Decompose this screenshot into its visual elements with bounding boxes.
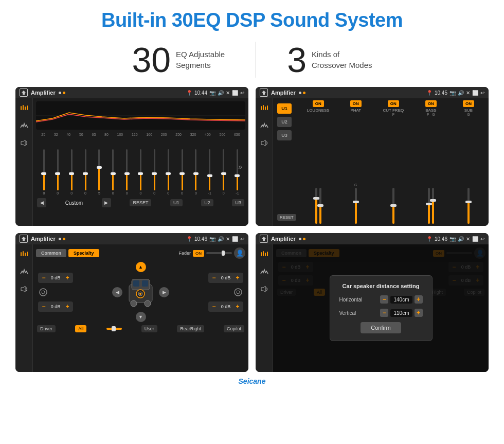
eq-u3-btn[interactable]: U3: [232, 199, 244, 206]
svg-rect-12: [21, 252, 22, 256]
eq-slider-10: 0: [175, 149, 189, 195]
fader-slider[interactable]: [206, 252, 232, 254]
status-dot-2: [63, 92, 65, 94]
eq-slider-6: 0: [120, 149, 134, 195]
crossover-reset-btn[interactable]: RESET: [277, 214, 296, 221]
eq-slider-4: 5: [92, 149, 106, 195]
fader-on-btn[interactable]: ON: [193, 250, 204, 257]
specialty-screen: Amplifier 📍 10:46 📷 🔊 ✕ ⬜ ↩: [15, 233, 248, 372]
sp-nav-up[interactable]: ▲: [136, 262, 146, 272]
car-icon: [127, 274, 155, 310]
specialty-status-center: 📍 10:46 📷 🔊 ✕ ⬜ ↩: [186, 236, 244, 242]
eq-slider-3: 0: [79, 149, 93, 195]
distance-status-center: 📍 10:46 📷 🔊 ✕ ⬜ ↩: [426, 236, 484, 242]
sp-br-plus[interactable]: +: [235, 303, 241, 310]
svg-point-29: [237, 291, 240, 294]
dialog-title: Car speaker distance setting: [339, 283, 423, 289]
preset-u1[interactable]: U1: [277, 103, 292, 114]
sp-br-val: 0 dB: [219, 304, 233, 309]
sp-ctrl-tr: − 0 dB +: [208, 273, 243, 283]
tab-specialty[interactable]: Specialty: [68, 249, 99, 257]
sp-ctrl-bl: − 0 dB +: [38, 301, 73, 312]
lbl-user[interactable]: User: [141, 325, 157, 332]
lbl-rearright[interactable]: RearRight: [177, 325, 204, 332]
sp-icon-left: [38, 287, 48, 297]
eq-slider-11: 0: [189, 149, 203, 195]
cutfreq-name: CUT FREQ: [383, 108, 404, 113]
svg-rect-7: [261, 106, 262, 110]
eq-slider-14: -1: [230, 149, 244, 195]
status-dot-1: [59, 92, 61, 94]
sub-on-btn[interactable]: ON: [463, 100, 474, 107]
sp-tr-minus[interactable]: −: [211, 274, 217, 281]
svg-rect-8: [263, 105, 264, 110]
horizontal-value: 140cm: [390, 296, 412, 304]
distance-sidebar: [256, 244, 273, 372]
loudness-name: LOUDNESS: [307, 108, 330, 113]
lbl-driver[interactable]: Driver: [37, 325, 56, 332]
eq-sidebar-vol: [19, 137, 30, 149]
person-icon: 👤: [234, 247, 245, 259]
sp-br-minus[interactable]: −: [211, 303, 217, 310]
sp-nav-right[interactable]: ▶: [159, 287, 169, 297]
eq-bottom-bar: ◀ Custom ▶ RESET U1 U2 U3: [36, 198, 245, 207]
crossover-sidebar-wave: [259, 120, 270, 131]
sp-bl-plus[interactable]: +: [64, 303, 70, 310]
eq-status-center: 📍 10:44 📷 🔊 ✕ ⬜ ↩: [186, 90, 244, 96]
vertical-plus-btn[interactable]: +: [415, 309, 423, 317]
sp-tr-val: 0 dB: [219, 275, 233, 280]
eq-prev-btn[interactable]: ◀: [37, 198, 46, 207]
loudness-on-btn[interactable]: ON: [313, 100, 324, 107]
svg-point-18: [42, 291, 45, 294]
eq-u1-btn[interactable]: U1: [170, 199, 183, 206]
eq-slider-0: 0: [37, 149, 51, 195]
eq-next-btn[interactable]: ▶: [102, 198, 111, 207]
lbl-copilot[interactable]: Copilot: [224, 325, 244, 332]
svg-marker-34: [261, 286, 265, 292]
specialty-sidebar-wave: [19, 266, 30, 277]
bass-on-btn[interactable]: ON: [425, 100, 437, 107]
sp-tl-minus[interactable]: −: [41, 274, 47, 281]
sp-tl-plus[interactable]: +: [64, 274, 70, 281]
vertical-minus-btn[interactable]: −: [380, 309, 388, 317]
confirm-button[interactable]: Confirm: [361, 322, 401, 333]
horizontal-minus-btn[interactable]: −: [380, 295, 388, 304]
status-dot-4: [303, 92, 305, 94]
svg-rect-13: [23, 251, 24, 256]
sp-nav-down[interactable]: ▼: [136, 312, 146, 322]
eq-u2-btn[interactable]: U2: [201, 199, 213, 206]
svg-rect-1: [23, 105, 24, 110]
crossover-main: U1 U2 U3 RESET ON LOUDNESS: [273, 98, 489, 226]
eq-reset-btn[interactable]: RESET: [130, 199, 151, 206]
sp-nav-left[interactable]: ◀: [112, 287, 122, 297]
horizontal-plus-btn[interactable]: +: [415, 295, 423, 304]
tab-common[interactable]: Common: [36, 249, 66, 257]
sp-ctrl-br: − 0 dB +: [208, 301, 243, 312]
bass-name: BASS: [425, 108, 436, 113]
cutfreq-on-btn[interactable]: ON: [388, 100, 399, 107]
sp-tr-plus[interactable]: +: [235, 274, 241, 281]
eq-mode-label: Custom: [65, 200, 83, 206]
svg-point-23: [131, 300, 137, 307]
lbl-all[interactable]: All: [75, 325, 86, 332]
svg-point-17: [40, 289, 47, 296]
sp-bl-minus[interactable]: −: [41, 303, 47, 310]
svg-rect-15: [27, 252, 28, 256]
stat-crossover-number: 3: [287, 42, 307, 77]
phat-on-btn[interactable]: ON: [350, 100, 362, 107]
distance-status-title: Amplifier: [271, 236, 296, 242]
stat-eq-number: 30: [132, 42, 171, 77]
eq-slider-13: 0: [217, 149, 230, 195]
preset-u3[interactable]: U3: [277, 130, 292, 140]
status-dot-5: [59, 238, 61, 240]
vertical-value: 110cm: [390, 309, 412, 317]
svg-marker-4: [21, 140, 25, 146]
eq-slider-12: -1: [203, 149, 217, 195]
svg-rect-3: [27, 105, 28, 110]
eq-waveform: [36, 101, 245, 130]
sp-tl-val: 0 dB: [48, 275, 63, 280]
preset-u2[interactable]: U2: [277, 117, 292, 127]
svg-marker-11: [261, 140, 265, 146]
eq-sidebar-sliders: [19, 102, 30, 114]
dialog-label-horizontal: Horizontal: [339, 297, 365, 303]
